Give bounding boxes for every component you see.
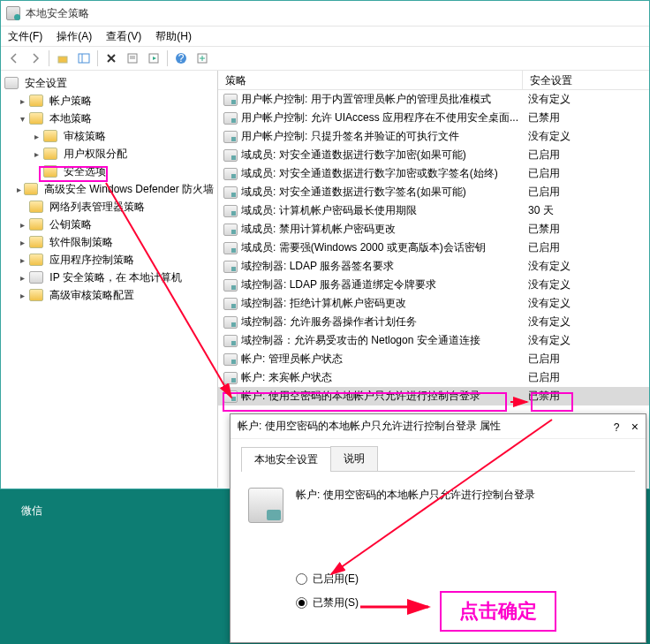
folder-icon (43, 165, 57, 178)
menu-file[interactable]: 文件(F) (8, 29, 42, 44)
tab-explanation[interactable]: 说明 (330, 446, 378, 471)
export-button[interactable] (144, 49, 163, 68)
policy-row[interactable]: 域成员: 对安全通道数据进行数字加密或数字签名(始终)已启用 (218, 164, 649, 183)
expand-icon[interactable]: ▸ (17, 290, 27, 300)
tree-item[interactable]: ▸ 审核策略 (1, 127, 217, 145)
forward-button[interactable] (26, 49, 45, 68)
apply-button[interactable] (193, 49, 212, 68)
tab-local-security[interactable]: 本地安全设置 (241, 447, 331, 472)
tree-item[interactable]: ▸ 软件限制策略 (1, 233, 217, 251)
menu-view[interactable]: 查看(V) (106, 29, 141, 44)
help-button[interactable]: ? (171, 49, 191, 68)
folder-icon (29, 95, 43, 107)
dialog-title: 帐户: 使用空密码的本地帐户只允许进行控制台登录 属性 (238, 419, 501, 434)
shield-icon (4, 77, 19, 89)
expand-icon[interactable]: ▸ (17, 95, 27, 106)
radio-enabled[interactable]: 已启用(E) (296, 572, 628, 587)
policy-row[interactable]: 用户帐户控制: 只提升签名并验证的可执行文件没有定义 (218, 127, 649, 146)
folder-icon (43, 130, 57, 142)
policy-icon (223, 335, 238, 347)
tree-item[interactable]: ▸ 高级审核策略配置 (1, 286, 217, 304)
expand-icon[interactable]: ▸ (31, 131, 42, 141)
policy-icon (223, 261, 238, 273)
titlebar: 本地安全策略 (1, 1, 649, 27)
folder-icon (29, 112, 43, 125)
col-header-setting[interactable]: 安全设置 (523, 71, 649, 89)
policy-icon (223, 224, 238, 236)
tree-root[interactable]: 安全设置 (1, 74, 217, 92)
desktop-shortcut[interactable]: 微信 (21, 504, 42, 519)
tree-item[interactable]: ▸ 帐户策略 (1, 92, 217, 110)
expand-icon[interactable]: ▸ (31, 148, 42, 159)
radio-disabled-circle[interactable] (296, 597, 307, 609)
back-button[interactable] (4, 49, 24, 68)
folder-icon (29, 201, 43, 213)
policy-icon (248, 488, 283, 523)
policy-icon (223, 94, 238, 106)
policy-icon (223, 372, 238, 384)
policy-row[interactable]: 域控制器: 拒绝计算机帐户密码更改没有定义 (218, 294, 649, 313)
menubar: 文件(F) 操作(A) 查看(V) 帮助(H) (1, 27, 649, 46)
properties-button[interactable] (123, 49, 142, 68)
tree-item[interactable]: ▸ 高级安全 Windows Defender 防火墙 (1, 180, 217, 198)
policy-icon (223, 149, 238, 162)
dialog-close-button[interactable]: × (631, 420, 639, 434)
col-header-policy[interactable]: 策略 (218, 71, 523, 89)
panes-button[interactable] (74, 49, 94, 68)
policy-icon (223, 205, 238, 217)
expand-icon[interactable]: ▸ (17, 254, 27, 265)
tree-item[interactable]: 安全选项 (1, 163, 217, 180)
expand-icon[interactable]: ▾ (17, 113, 27, 124)
dialog-tabs: 本地安全设置 说明 (241, 446, 635, 472)
tree-item[interactable]: ▸ 应用程序控制策略 (1, 251, 217, 269)
folder-icon (29, 289, 43, 301)
policy-row[interactable]: 域控制器: LDAP 服务器通道绑定令牌要求没有定义 (218, 276, 649, 294)
radio-enabled-circle[interactable] (296, 573, 307, 585)
dialog-policy-label: 帐户: 使用空密码的本地帐户只允许进行控制台登录 (296, 488, 535, 523)
tree-item[interactable]: ▸ IP 安全策略，在 本地计算机 (1, 269, 217, 286)
expand-icon[interactable] (31, 166, 42, 177)
tree-item[interactable]: ▸ 用户权限分配 (1, 145, 217, 163)
policy-row[interactable]: 域成员: 对安全通道数据进行数字签名(如果可能)已启用 (218, 183, 649, 201)
policy-row[interactable]: 用户帐户控制: 允许 UIAccess 应用程序在不使用安全桌面...已禁用 (218, 109, 649, 127)
policy-row[interactable]: 域成员: 对安全通道数据进行数字加密(如果可能)已启用 (218, 146, 649, 164)
menu-action[interactable]: 操作(A) (57, 29, 92, 44)
svg-text:?: ? (178, 52, 185, 64)
policy-row[interactable]: 域成员: 禁用计算机帐户密码更改已禁用 (218, 220, 649, 239)
expand-icon[interactable]: ▸ (17, 184, 22, 194)
policy-icon (223, 279, 238, 292)
svg-rect-0 (58, 57, 67, 63)
dialog-help-button[interactable]: ? (614, 421, 620, 434)
policy-row[interactable]: 帐户: 使用空密码的本地帐户只允许进行控制台登录已禁用 (218, 387, 649, 405)
dialog-titlebar: 帐户: 使用空密码的本地帐户只允许进行控制台登录 属性 ? × (231, 414, 646, 439)
folder-icon (43, 148, 57, 160)
policy-row[interactable]: 域成员: 需要强(Windows 2000 或更高版本)会话密钥已启用 (218, 239, 649, 257)
tree-item[interactable]: ▾ 本地策略 (1, 110, 217, 127)
svg-rect-1 (79, 54, 89, 63)
menu-help[interactable]: 帮助(H) (155, 29, 192, 44)
expand-icon[interactable]: ▸ (17, 237, 27, 247)
policy-row[interactable]: 帐户: 来宾帐户状态已启用 (218, 368, 649, 387)
tree-item[interactable]: ▸ 公钥策略 (1, 216, 217, 233)
delete-button[interactable] (102, 49, 121, 68)
folder-icon (24, 183, 38, 195)
list-header: 策略 安全设置 (218, 71, 649, 90)
policy-icon (223, 298, 238, 310)
folder-icon (29, 254, 43, 266)
policy-row[interactable]: 用户帐户控制: 用于内置管理员帐户的管理员批准模式没有定义 (218, 90, 649, 109)
policy-row[interactable]: 域成员: 计算机帐户密码最长使用期限30 天 (218, 201, 649, 220)
expand-icon[interactable] (17, 201, 27, 212)
policy-icon (223, 168, 238, 180)
expand-icon[interactable]: ▸ (17, 272, 27, 283)
policy-row[interactable]: 帐户: 管理员帐户状态已启用 (218, 350, 649, 368)
policy-icon (223, 186, 238, 199)
up-button[interactable] (53, 49, 72, 68)
policy-row[interactable]: 域控制器: LDAP 服务器签名要求没有定义 (218, 257, 649, 276)
policy-icon (223, 390, 238, 403)
policy-row[interactable]: 域控制器：允许易受攻击的 Netlogon 安全通道连接没有定义 (218, 331, 649, 350)
tree-item[interactable]: 网络列表管理器策略 (1, 198, 217, 216)
policy-row[interactable]: 域控制器: 允许服务器操作者计划任务没有定义 (218, 313, 649, 331)
tree-pane[interactable]: 安全设置 ▸ 帐户策略▾ 本地策略▸ 审核策略▸ 用户权限分配 安全选项▸ 高级… (1, 71, 218, 488)
expand-icon[interactable]: ▸ (17, 219, 27, 230)
toolbar: ? (1, 46, 649, 71)
